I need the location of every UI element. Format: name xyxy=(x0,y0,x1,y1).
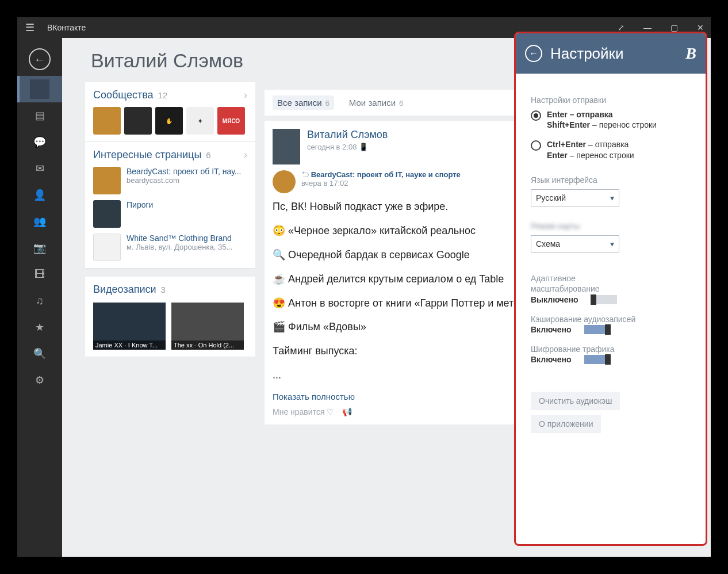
sidebar-item-photos[interactable]: 📷 xyxy=(17,235,62,261)
traffic-encryption-toggle[interactable] xyxy=(584,355,611,364)
community-thumb[interactable] xyxy=(124,107,152,135)
video-item[interactable]: Jamie XX - I Know T... xyxy=(93,303,166,350)
sidebar-item-groups[interactable]: 👥 xyxy=(17,208,62,235)
heart-icon: ♡ xyxy=(327,407,334,416)
music-icon: ♫ xyxy=(36,295,44,307)
sidebar-item-search[interactable]: 🔍 xyxy=(17,340,62,367)
chevron-down-icon: ▾ xyxy=(610,193,614,202)
communities-count: 12 xyxy=(158,90,168,100)
sidebar-item-music[interactable]: ♫ xyxy=(17,288,62,314)
community-thumb[interactable]: ✦ xyxy=(186,107,214,135)
radio-icon xyxy=(531,110,541,121)
audio-cache-label: Кэширование аудиозаписей xyxy=(531,315,692,324)
send-option-enter[interactable]: Enter – отправкаShift+Enter – перенос ст… xyxy=(531,109,692,130)
profile-name: Виталий Слэмов xyxy=(91,49,255,72)
settings-back-button[interactable]: ← xyxy=(525,45,542,62)
about-app-button[interactable]: О приложении xyxy=(531,415,601,433)
app-title: ВКонтакте xyxy=(47,23,86,32)
repost-icon: ⮌ xyxy=(301,170,309,179)
pages-card: Интересные страницы 6 › BeardyCast: прое… xyxy=(85,142,255,269)
page-thumb xyxy=(93,167,121,194)
back-arrow-icon: ← xyxy=(34,53,45,66)
clear-audio-cache-button[interactable]: Очистить аудиокэш xyxy=(531,392,620,410)
sidebar-item-bookmarks[interactable]: ★ xyxy=(17,314,62,340)
repost-time: вчера в 17:02 xyxy=(301,179,461,187)
repost-avatar[interactable] xyxy=(273,170,296,193)
video-item[interactable]: The xx - On Hold (2... xyxy=(171,303,244,350)
adaptive-scale-state: Выключено xyxy=(531,295,578,304)
sidebar-item-mail[interactable]: ✉ xyxy=(17,155,62,182)
page-name: Пироги xyxy=(127,200,153,209)
tab-all-posts[interactable]: Все записи6 xyxy=(273,95,334,110)
share-button[interactable]: 📢 xyxy=(342,407,352,416)
page-name: White Sand™ Clothing Brand xyxy=(127,234,232,243)
sidebar-item-friends[interactable]: 👤 xyxy=(17,182,62,208)
community-thumb[interactable]: ✋ xyxy=(155,107,183,135)
sidebar-item-news[interactable]: ▤ xyxy=(17,102,62,129)
communities-card: Сообщества 12 › ✋ ✦ МЯСО xyxy=(85,82,255,142)
videos-card: Видеозаписи 3 Jamie XX - I Know T... The… xyxy=(85,277,255,357)
repost-target[interactable]: BeardyCast: проект об IT, науке и спорте xyxy=(311,170,461,179)
audio-cache-toggle[interactable] xyxy=(584,325,611,334)
star-icon: ★ xyxy=(35,321,44,334)
post-author[interactable]: Виталий Слэмов xyxy=(307,129,388,141)
chevron-right-icon: › xyxy=(244,89,247,101)
communities-title: Сообщества xyxy=(93,89,154,101)
search-icon: 🔍 xyxy=(33,347,46,360)
friends-icon: 👤 xyxy=(33,189,46,201)
video-caption: Jamie XX - I Know T... xyxy=(93,340,166,350)
settings-title: Настройки xyxy=(550,45,677,63)
adaptive-scale-toggle[interactable] xyxy=(591,295,617,304)
post-time: сегодня в 2:08 xyxy=(307,143,357,151)
sidebar-item-settings[interactable]: ⚙ xyxy=(17,367,62,393)
video-caption: The xx - On Hold (2... xyxy=(171,340,244,350)
android-icon: 📱 xyxy=(359,143,368,151)
close-icon[interactable]: ✕ xyxy=(692,23,708,32)
messages-icon: 💬 xyxy=(33,136,46,148)
back-button[interactable]: ← xyxy=(29,48,51,70)
mail-icon: ✉ xyxy=(36,162,44,175)
page-name: BeardyCast: проект об IT, нау... xyxy=(127,167,241,176)
traffic-encryption-state: Включено xyxy=(531,355,572,364)
minimize-icon[interactable]: — xyxy=(639,23,656,32)
left-column: Виталий Слэмов Сообщества 12 › ✋ ✦ МЯСО xyxy=(85,49,255,557)
sidebar-item-messages[interactable]: 💬 xyxy=(17,129,62,155)
settings-body[interactable]: Настройки отправки Enter – отправкаShift… xyxy=(516,74,706,544)
tab-my-posts[interactable]: Мои записи6 xyxy=(344,95,408,110)
pages-header[interactable]: Интересные страницы 6 › xyxy=(93,149,247,161)
hamburger-icon[interactable]: ☰ xyxy=(23,21,37,34)
adaptive-scale-label: Адаптивноемасштабирование xyxy=(531,273,692,294)
groups-icon: 👥 xyxy=(33,215,46,228)
videos-count: 3 xyxy=(161,285,166,294)
post-avatar[interactable] xyxy=(273,129,300,164)
page-sub: м. Львів, вул. Дорошенка, 35... xyxy=(127,243,232,251)
radio-icon xyxy=(531,140,541,151)
community-thumb[interactable] xyxy=(93,107,121,135)
chevron-right-icon: › xyxy=(244,149,247,161)
chevron-down-icon: ▾ xyxy=(610,239,614,248)
traffic-encryption-label: Шифрование трафика xyxy=(531,345,692,354)
expand-icon[interactable]: ⤢ xyxy=(613,23,629,32)
maximize-icon[interactable]: ▢ xyxy=(666,23,682,32)
videos-header[interactable]: Видеозаписи 3 xyxy=(93,284,247,296)
language-select[interactable]: Русский ▾ xyxy=(531,189,619,206)
page-item[interactable]: Пироги xyxy=(93,200,247,228)
communities-header[interactable]: Сообщества 12 › xyxy=(93,89,247,101)
like-button[interactable]: Мне нравится ♡ xyxy=(273,407,334,416)
map-mode-label: Режим карты xyxy=(531,221,692,231)
sidebar-item-video[interactable]: 🎞 xyxy=(17,261,62,288)
pages-title: Интересные страницы xyxy=(93,149,201,161)
map-mode-select[interactable]: Схема ▾ xyxy=(531,235,619,252)
send-section-label: Настройки отправки xyxy=(531,95,692,105)
language-label: Язык интерфейса xyxy=(531,175,692,185)
page-item[interactable]: White Sand™ Clothing Brandм. Львів, вул.… xyxy=(93,234,247,261)
sidebar-item-profile[interactable] xyxy=(17,76,62,102)
page-thumb xyxy=(93,234,121,261)
sidebar: ← ▤ 💬 ✉ 👤 👥 📷 🎞 ♫ ★ 🔍 ⚙ xyxy=(17,38,62,557)
send-option-ctrl-enter[interactable]: Ctrl+Enter – отправкаEnter – перенос стр… xyxy=(531,139,692,160)
app-window: ☰ ВКонтакте ⤢ — ▢ ✕ ← ▤ 💬 ✉ 👤 👥 📷 🎞 ♫ ★ … xyxy=(17,17,711,557)
community-thumb[interactable]: МЯСО xyxy=(217,107,245,135)
settings-header: ← Настройки B xyxy=(516,33,706,74)
page-sub: beardycast.com xyxy=(127,176,241,185)
page-item[interactable]: BeardyCast: проект об IT, нау...beardyca… xyxy=(93,167,247,194)
